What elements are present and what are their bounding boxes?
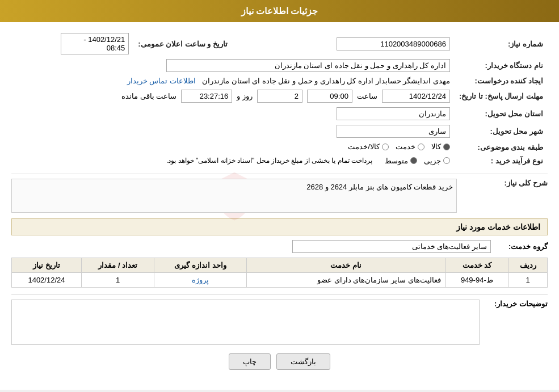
value-announce-datetime: 1402/12/21 - 08:45 (11, 31, 133, 57)
service-group-row: گروه خدمت: سایر فعالیت‌های خدماتی (11, 240, 548, 253)
cell-date: 1402/12/24 (12, 273, 82, 288)
need-number-display: 1102003489000686 (337, 37, 450, 50)
bottom-buttons: بازگشت چاپ (11, 353, 548, 370)
city-display: ساری (337, 125, 450, 138)
row-purchase-type: نوع فرآیند خرید : جزیی متوسط پرداخت تمام… (11, 154, 548, 168)
radio-goods-circle (443, 144, 450, 150)
row-category: طبقه بندی موضوعی: کالا خدمت (11, 140, 548, 154)
need-description-display: خرید قطعات کامیون های بنز مابلر 2624 و 2… (11, 179, 457, 213)
radio-partial-circle (443, 157, 450, 164)
label-buyer-description: توضیحات خریدار: (480, 300, 548, 308)
col-date: تاریخ نیاز (12, 258, 82, 273)
remaining-time-label: ساعت باقی مانده (121, 92, 176, 100)
need-description-section: شرح کلی نیاز: A خرید قطعات کامیون های بن… (11, 179, 548, 213)
radio-partial-label: جزیی (424, 157, 441, 165)
services-table-head: ردیف کد خدمت نام خدمت واحد اندازه گیری ت… (12, 258, 548, 273)
value-purchase-type: جزیی متوسط پرداخت تمام یا بخشی از مبلغ خ… (11, 154, 455, 168)
need-description-wrapper: A خرید قطعات کامیون های بنز مابلر 2624 و… (11, 179, 457, 213)
row-creator: ایجاد کننده درخواست: مهدی اندایشگر حسابد… (11, 74, 548, 87)
label-buyer-org: نام دستگاه خریدار: (455, 57, 548, 74)
label-response-deadline: مهلت ارسال پاسخ: تا تاریخ: (455, 87, 548, 105)
radio-service[interactable]: خدمت (396, 142, 424, 151)
radio-partial[interactable]: جزیی (424, 157, 450, 165)
services-table: ردیف کد خدمت نام خدمت واحد اندازه گیری ت… (11, 258, 548, 288)
time-label: ساعت (357, 92, 377, 100)
print-button[interactable]: چاپ (229, 353, 271, 370)
table-row: 1 ط-94-949 فعالیت‌های سایر سازمان‌های دا… (12, 273, 548, 288)
radio-goods-service[interactable]: کالا/خدمت (348, 142, 389, 151)
remaining-time-display: 23:27:16 (181, 90, 232, 103)
category-radio-group: کالا خدمت کالا/خدمت (348, 142, 450, 151)
label-city: شهر محل تحویل: (455, 123, 548, 140)
buyer-description-textarea[interactable] (11, 300, 480, 345)
label-creator: ایجاد کننده درخواست: (455, 74, 548, 87)
divider-2 (11, 294, 548, 295)
cell-quantity: 1 (81, 273, 154, 288)
radio-medium[interactable]: متوسط (385, 157, 417, 165)
col-quantity: تعداد / مقدار (81, 258, 154, 273)
purchase-type-radio-group: جزیی متوسط پرداخت تمام یا بخشی از مبلغ خ… (166, 157, 450, 165)
value-category: کالا خدمت کالا/خدمت (11, 140, 455, 154)
value-city: ساری (11, 123, 455, 140)
cell-service-code: ط-94-949 (445, 273, 508, 288)
main-content: شماره نیاز: 1102003489000686 تاریخ و ساع… (0, 22, 559, 378)
value-need-number: 1102003489000686 (260, 31, 455, 57)
radio-goods-service-circle (382, 144, 389, 150)
value-creator: مهدی اندایشگر حسابدار اداره کل راهداری و… (11, 74, 455, 87)
province-display: مازندران (337, 107, 450, 120)
announce-datetime-display: 1402/12/21 - 08:45 (61, 33, 129, 54)
page-title: جزئیات اطلاعات نیاز (241, 6, 318, 16)
back-button[interactable]: بازگشت (276, 353, 330, 370)
row-response-deadline: مهلت ارسال پاسخ: تا تاریخ: 1402/12/24 سا… (11, 87, 548, 105)
response-date-display: 1402/12/24 (382, 90, 450, 103)
row-buyer-org: نام دستگاه خریدار: اداره کل راهداری و حم… (11, 57, 548, 74)
label-announce-datetime: تاریخ و ساعت اعلان عمومی: (133, 31, 232, 57)
label-category: طبقه بندی موضوعی: (455, 140, 548, 154)
services-section-title: اطلاعات خدمات مورد نیاز (11, 218, 548, 235)
value-response-deadline: 1402/12/24 ساعت 09:00 2 روز و 23:27:16 س… (11, 87, 455, 105)
divider-1 (11, 174, 548, 174)
row-province: استان محل تحویل: مازندران (11, 105, 548, 123)
row-city: شهر محل تحویل: ساری (11, 123, 548, 140)
buyer-description-section: توضیحات خریدار: (11, 300, 548, 345)
services-table-body: 1 ط-94-949 فعالیت‌های سایر سازمان‌های دا… (12, 273, 548, 288)
response-time-display: 09:00 (307, 90, 352, 103)
buyer-org-display: اداره کل راهداری و حمل و نقل جاده ای است… (166, 59, 450, 72)
radio-service-label: خدمت (396, 142, 415, 151)
col-row-num: ردیف (508, 258, 548, 273)
creator-text: مهدی اندایشگر حسابدار اداره کل راهداری و… (202, 77, 450, 85)
page-wrapper: جزئیات اطلاعات نیاز شماره نیاز: 11020034… (0, 0, 559, 390)
deadline-row: 1402/12/24 ساعت 09:00 2 روز و 23:27:16 س… (16, 90, 450, 103)
services-table-header-row: ردیف کد خدمت نام خدمت واحد اندازه گیری ت… (12, 258, 548, 273)
radio-medium-circle (410, 157, 417, 164)
purchase-note: پرداخت تمام یا بخشی از مبلغ خریداز محل "… (166, 157, 372, 165)
row-need-number: شماره نیاز: 1102003489000686 تاریخ و ساع… (11, 31, 548, 57)
label-province: استان محل تحویل: (455, 105, 548, 123)
cell-unit: پروژه (154, 273, 246, 288)
label-need-number: شماره نیاز: (455, 31, 548, 57)
value-service-group: سایر فعالیت‌های خدماتی (292, 240, 491, 253)
radio-goods-service-label: کالا/خدمت (348, 142, 380, 151)
days-label: روز و (237, 92, 253, 100)
info-table: شماره نیاز: 1102003489000686 تاریخ و ساع… (11, 31, 548, 168)
label-service-group: گروه خدمت: (491, 242, 548, 251)
label-need-description: شرح کلی نیاز: (457, 179, 548, 187)
radio-goods-label: کالا (431, 142, 441, 151)
need-description-text: خرید قطعات کامیون های بنز مابلر 2624 و 2… (306, 183, 453, 191)
label-purchase-type: نوع فرآیند خرید : (455, 154, 548, 168)
col-unit: واحد اندازه گیری (154, 258, 246, 273)
col-service-code: کد خدمت (445, 258, 508, 273)
radio-goods[interactable]: کالا (431, 142, 450, 151)
contact-link[interactable]: اطلاعات تماس خریدار (127, 77, 196, 85)
value-province: مازندران (11, 105, 455, 123)
radio-service-circle (418, 144, 424, 150)
radio-medium-label: متوسط (385, 157, 408, 165)
cell-service-name: فعالیت‌های سایر سازمان‌های دارای عضو (246, 273, 445, 288)
cell-row-num: 1 (508, 273, 548, 288)
page-header: جزئیات اطلاعات نیاز (0, 0, 559, 22)
remaining-days-display: 2 (257, 90, 302, 103)
value-buyer-org: اداره کل راهداری و حمل و نقل جاده ای است… (11, 57, 455, 74)
col-service-name: نام خدمت (246, 258, 445, 273)
